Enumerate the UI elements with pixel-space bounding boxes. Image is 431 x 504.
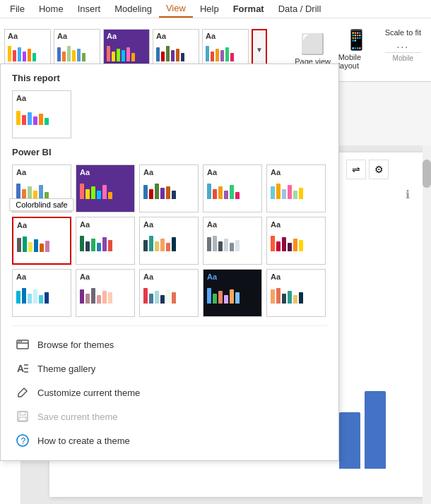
menu-view[interactable]: View xyxy=(159,0,193,18)
bar xyxy=(33,53,36,61)
menu-insert[interactable]: Insert xyxy=(71,1,108,17)
bar xyxy=(85,189,90,199)
current-theme-card[interactable]: Aa xyxy=(12,90,71,138)
bars xyxy=(80,230,131,251)
menu-format[interactable]: Format xyxy=(226,1,271,17)
pbi-theme-card-7[interactable]: Aa xyxy=(76,217,135,265)
bar xyxy=(299,188,303,199)
bar xyxy=(28,186,32,199)
theme-aa: Aa xyxy=(207,272,258,281)
theme-aa: Aa xyxy=(143,220,194,229)
menu-modeling[interactable]: Modeling xyxy=(107,1,159,17)
canvas-toolbar: ⇌ ⚙ xyxy=(346,160,389,179)
bars xyxy=(207,230,258,251)
bar xyxy=(97,243,101,251)
menu-data-drill[interactable]: Data / Drill xyxy=(271,1,329,17)
bar xyxy=(28,49,31,61)
bar xyxy=(33,289,37,304)
pbi-theme-card-1[interactable]: Aa xyxy=(12,164,71,212)
theme-aa-label: Aa xyxy=(156,32,196,40)
pbi-theme-card-14[interactable]: Aa xyxy=(203,269,262,317)
theme-aa: Aa xyxy=(207,220,258,229)
pbi-theme-card-13[interactable]: Aa xyxy=(139,269,199,317)
svg-text:A: A xyxy=(17,363,24,374)
theme-gallery-item[interactable]: A Theme gallery xyxy=(12,357,327,380)
svg-point-2 xyxy=(20,341,22,342)
bars xyxy=(143,282,194,304)
this-report-title: This report xyxy=(12,73,327,83)
bar xyxy=(102,237,107,251)
bar xyxy=(213,294,217,304)
pbi-theme-card-2[interactable]: Aa xyxy=(76,164,135,212)
bar xyxy=(160,188,165,199)
bar xyxy=(22,115,26,125)
pbi-theme-card-9[interactable]: Aa xyxy=(203,217,262,265)
pbi-theme-card-8[interactable]: Aa xyxy=(139,217,199,265)
theme-bars xyxy=(57,42,97,61)
theme-aa-label: Aa xyxy=(8,32,47,40)
pbi-theme-card-12[interactable]: Aa xyxy=(76,269,135,317)
bars xyxy=(143,230,194,251)
bar xyxy=(34,239,38,252)
bar xyxy=(166,46,170,61)
bar xyxy=(155,291,159,304)
bar xyxy=(57,47,61,61)
bar xyxy=(225,47,229,61)
svg-point-1 xyxy=(18,341,20,342)
bar xyxy=(91,239,95,251)
theme-aa: Aa xyxy=(271,272,321,281)
bar xyxy=(216,49,219,61)
pbi-theme-card-10[interactable]: Aa xyxy=(266,217,326,265)
bar xyxy=(213,189,217,199)
pbi-theme-card-11[interactable]: Aa xyxy=(12,269,71,317)
bar xyxy=(166,289,170,304)
menu-home[interactable]: Home xyxy=(32,1,71,17)
pbi-theme-card-6-colorblind[interactable]: Colorblind safe Aa xyxy=(12,217,71,265)
power-bi-grid: Aa Aa Aa xyxy=(12,164,327,317)
canvas-settings-icon[interactable]: ⚙ xyxy=(369,160,389,179)
bar xyxy=(80,184,84,199)
theme-card-bars xyxy=(16,104,67,125)
theme-aa: Aa xyxy=(80,220,131,229)
gallery-icon: A xyxy=(15,361,30,376)
bar xyxy=(218,241,223,251)
bar xyxy=(220,50,224,61)
theme-aa: Aa xyxy=(80,168,131,176)
vertical-scrollbar[interactable] xyxy=(423,145,431,504)
menu-help[interactable]: Help xyxy=(193,1,226,17)
menubar: File Home Insert Modeling View Help Form… xyxy=(0,0,431,18)
theme-aa: Aa xyxy=(17,221,66,229)
save-icon xyxy=(15,409,30,424)
pbi-theme-card-5[interactable]: Aa xyxy=(266,164,326,212)
bar xyxy=(282,237,286,251)
pbi-theme-card-15[interactable]: Aa xyxy=(266,269,326,317)
mobile-layout-label: Mobile layout xyxy=(338,53,375,70)
bars xyxy=(207,282,258,304)
scrollbar-thumb[interactable] xyxy=(423,160,431,188)
scale-to-fit-label[interactable]: Scale to fit xyxy=(385,28,421,37)
bars xyxy=(207,178,258,199)
bar xyxy=(149,189,153,199)
how-to-theme-item[interactable]: ? How to create a theme xyxy=(12,429,327,452)
bar xyxy=(22,288,26,304)
pbi-theme-card-4[interactable]: Aa xyxy=(203,164,262,212)
bar xyxy=(282,294,286,304)
menu-file[interactable]: File xyxy=(3,1,32,17)
bar xyxy=(235,192,240,199)
customize-theme-item[interactable]: Customize current theme xyxy=(12,381,327,404)
scale-to-fit-area: Scale to fit ··· Mobile xyxy=(379,25,427,65)
theme-aa: Aa xyxy=(16,168,67,176)
bar xyxy=(160,295,165,304)
canvas-connect-icon[interactable]: ⇌ xyxy=(346,160,366,179)
theme-aa: Aa xyxy=(80,272,131,281)
bar xyxy=(235,292,240,304)
browse-themes-item[interactable]: Browse for themes xyxy=(12,333,327,356)
more-options-dots: ··· xyxy=(396,41,409,52)
info-icon[interactable]: ℹ xyxy=(406,188,410,201)
mobile-layout-button[interactable]: 📱 Mobile layout xyxy=(336,25,378,75)
browse-themes-label: Browse for themes xyxy=(37,340,114,350)
pbi-theme-card-3[interactable]: Aa xyxy=(139,164,199,212)
bars xyxy=(271,282,321,304)
bar xyxy=(172,191,176,199)
save-theme-label: Save current theme xyxy=(37,412,117,422)
